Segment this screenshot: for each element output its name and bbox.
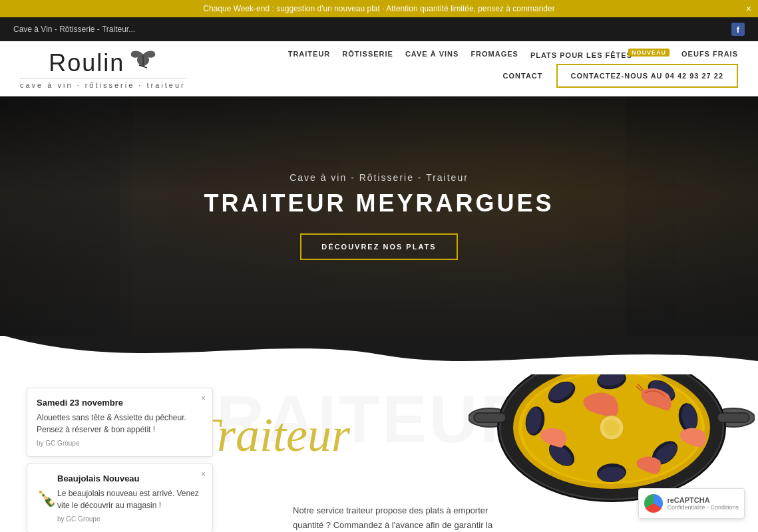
nav-contact-area: TRAITEUR RÔTISSERIE CAVE À VINS FROMAGES…	[288, 49, 738, 88]
notif2-date: Beaujolais Nouveau	[57, 473, 203, 483]
top-bar: Cave à Vin - Rôtisserie - Traiteur... f	[0, 17, 758, 41]
main-nav: TRAITEUR RÔTISSERIE CAVE À VINS FROMAGES…	[288, 49, 738, 59]
notif1-by: by GC Groupe	[37, 440, 203, 447]
svg-rect-28	[474, 413, 506, 422]
site-title-topbar: Cave à Vin - Rôtisserie - Traiteur...	[13, 25, 135, 34]
recaptcha-badge: reCAPTCHA Confidentialité - Conditions	[638, 488, 745, 519]
hero-cta-button[interactable]: DÉCOUVREZ NOS PLATS	[300, 233, 457, 260]
logo-subtitle: cave à vin · rôtisserie · traiteur	[20, 78, 186, 89]
nav-item-rotisserie[interactable]: RÔTISSERIE	[342, 50, 393, 58]
notification-2: × 🍾 Beaujolais Nouveau Le beaujolais nou…	[27, 464, 213, 532]
main-header: Roulin cave à vin · rôtisserie · traiteu…	[0, 41, 758, 96]
recaptcha-sublabel: Confidentialité - Conditions	[667, 504, 739, 511]
notif2-close[interactable]: ×	[201, 469, 206, 479]
nav-item-fromages[interactable]: FROMAGES	[471, 50, 518, 58]
wave-svg	[0, 334, 758, 374]
hero-subtitle: Cave à vin - Rôtisserie - Traiteur	[204, 172, 554, 183]
notif2-by: by GC Groupe	[57, 515, 203, 523]
nav-item-oeufs[interactable]: OEUFS FRAIS	[681, 50, 738, 58]
notif1-close[interactable]: ×	[201, 394, 206, 403]
second-nav-row: CONTACT CONTACTEZ-NOUS AU 04 42 93 27 22	[503, 64, 738, 88]
announcement-close[interactable]: ×	[746, 3, 751, 14]
notification-1: × Samedi 23 novembre Alouettes sans tête…	[27, 388, 213, 457]
announcement-text: Chaque Week-end : suggestion d'un nouvea…	[203, 4, 554, 13]
notif2-body: Le beaujolais nouveau est arrivé. Venez …	[57, 487, 203, 511]
logo-area: Roulin cave à vin · rôtisserie · traiteu…	[20, 48, 186, 89]
svg-point-26	[604, 420, 620, 436]
hero-content: Cave à vin - Rôtisserie - Traiteur TRAIT…	[204, 172, 554, 260]
recaptcha-logo-icon	[644, 494, 663, 513]
nav-item-traiteur[interactable]: TRAITEUR	[288, 50, 331, 58]
recaptcha-text: reCAPTCHA Confidentialité - Conditions	[667, 496, 739, 511]
svg-rect-29	[717, 413, 749, 422]
announcement-bar: Chaque Week-end : suggestion d'un nouvea…	[0, 0, 758, 17]
logo-icon	[130, 48, 156, 78]
hero-title: TRAITEUR MEYRARGUES	[204, 190, 554, 217]
logo-name: Roulin	[49, 49, 124, 77]
wine-bottle-icon: 🍾	[37, 489, 57, 507]
facebook-icon[interactable]: f	[731, 23, 745, 36]
contact-phone-button[interactable]: CONTACTEZ-NOUS AU 04 42 93 27 22	[556, 64, 738, 88]
notif1-body: Alouettes sans tête & Assiette du pêcheu…	[37, 412, 203, 436]
notif1-date: Samedi 23 novembre	[37, 398, 203, 408]
nav-item-plats[interactable]: PLATS POUR LES FÊTES NOUVEAU	[530, 49, 669, 59]
logo-title: Roulin	[49, 48, 156, 78]
contact-nav-link[interactable]: CONTACT	[503, 72, 543, 80]
recaptcha-label: reCAPTCHA	[667, 496, 739, 504]
nouveau-badge: NOUVEAU	[628, 49, 669, 57]
notifications-column: × Samedi 23 novembre Alouettes sans tête…	[27, 388, 213, 532]
wave-container	[0, 334, 758, 374]
hero-section: Cave à vin - Rôtisserie - Traiteur TRAIT…	[0, 96, 758, 336]
nav-item-cave[interactable]: CAVE À VINS	[405, 50, 459, 58]
